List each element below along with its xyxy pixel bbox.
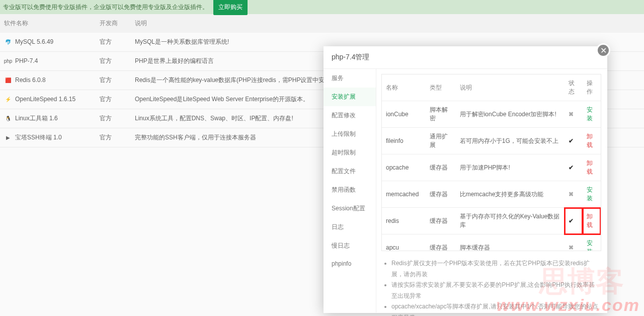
note-item: Redis扩展仅支持一个PHP版本安装使用，若在其它PHP版本已安装redis扩…	[391, 258, 598, 280]
tab-日志[interactable]: 日志	[324, 218, 376, 236]
ext-name: opcache	[382, 154, 426, 181]
ext-row: ionCube脚本解密用于解密ionCube Encoder加密脚本!✖安装	[382, 101, 601, 128]
ext-type: 缓存器	[426, 154, 456, 181]
tab-服务[interactable]: 服务	[324, 69, 376, 88]
ext-name: redis	[382, 208, 426, 234]
ext-action-link[interactable]: 安装	[587, 106, 593, 122]
extensions-table: 名称 类型 说明 状态 操作 ionCube脚本解密用于解密ionCube En…	[382, 74, 601, 251]
ext-name: fileinfo	[382, 128, 426, 154]
ext-col-desc: 说明	[456, 74, 565, 101]
ext-col-status: 状态	[565, 74, 583, 101]
ext-desc: 用于加速PHP脚本!	[456, 154, 565, 181]
ext-col-name: 名称	[382, 74, 426, 101]
ext-action-link[interactable]: 安装	[587, 240, 593, 251]
tab-配置修改[interactable]: 配置修改	[324, 106, 376, 125]
note-item: opcache/xcache/apc等脚本缓存扩展,请只安装其中1个,否则可能导…	[391, 301, 598, 316]
tab-phpinfo[interactable]: phpinfo	[324, 255, 376, 272]
ext-desc: 用于解密ionCube Encoder加密脚本!	[456, 101, 565, 128]
ext-type: 通用扩展	[426, 128, 456, 154]
ext-type: 脚本解密	[426, 101, 456, 128]
x-icon: ✖	[569, 111, 574, 118]
ext-type: 缓存器	[426, 181, 456, 208]
ext-status: ✖	[565, 234, 583, 251]
ext-type: 缓存器	[426, 234, 456, 251]
x-icon: ✖	[569, 191, 574, 198]
ext-name: apcu	[382, 234, 426, 251]
ext-status: ✔	[565, 154, 583, 181]
check-icon: ✔	[569, 137, 574, 144]
tab-慢日志[interactable]: 慢日志	[324, 236, 376, 255]
ext-row: apcu缓存器脚本缓存器✖安装	[382, 234, 601, 251]
tab-超时限制[interactable]: 超时限制	[324, 143, 376, 162]
ext-row: memcached缓存器比memcache支持更多高级功能✖安装	[382, 181, 601, 208]
ext-desc: 脚本缓存器	[456, 234, 565, 251]
check-icon: ✔	[569, 217, 574, 224]
x-icon: ✖	[569, 244, 574, 251]
ext-status: ✖	[565, 181, 583, 208]
tab-禁用函数[interactable]: 禁用函数	[324, 181, 376, 199]
check-icon: ✔	[569, 164, 574, 171]
ext-desc: 比memcache支持更多高级功能	[456, 181, 565, 208]
ext-name: memcached	[382, 181, 426, 208]
ext-action-link[interactable]: 卸载	[587, 133, 593, 148]
ext-action-link[interactable]: 安装	[587, 186, 593, 202]
modal-content: 名称 类型 说明 状态 操作 ionCube脚本解密用于解密ionCube En…	[376, 69, 607, 312]
ext-col-type: 类型	[426, 74, 456, 101]
ext-status: ✔	[565, 208, 583, 234]
close-icon[interactable]: ✕	[596, 43, 610, 57]
ext-col-action: 操作	[583, 74, 601, 101]
tab-配置文件[interactable]: 配置文件	[324, 162, 376, 181]
ext-desc: 基于内存亦可持久化的Key-Value数据库	[456, 208, 565, 234]
ext-name: ionCube	[382, 101, 426, 128]
ext-status: ✖	[565, 101, 583, 128]
php-manage-modal: ✕ php-7.4管理 服务安装扩展配置修改上传限制超时限制配置文件禁用函数Se…	[324, 46, 607, 313]
modal-title: php-7.4管理	[324, 46, 607, 69]
ext-row: fileinfo通用扩展若可用内存小于1G，可能会安装不上✔卸载	[382, 128, 601, 154]
ext-desc: 若可用内存小于1G，可能会安装不上	[456, 128, 565, 154]
ext-row: redis缓存器基于内存亦可持久化的Key-Value数据库✔卸载	[382, 208, 601, 234]
notes: Redis扩展仅支持一个PHP版本安装使用，若在其它PHP版本已安装redis扩…	[382, 258, 598, 316]
ext-action-link[interactable]: 卸载	[587, 213, 593, 228]
note-item: 请按实际需求安装扩展,不要安装不必要的PHP扩展,这会影响PHP执行效率甚至出现…	[391, 280, 598, 301]
modal-tabs: 服务安装扩展配置修改上传限制超时限制配置文件禁用函数Session配置日志慢日志…	[324, 69, 376, 312]
ext-action-link[interactable]: 卸载	[587, 160, 593, 175]
ext-status: ✔	[565, 128, 583, 154]
tab-上传限制[interactable]: 上传限制	[324, 125, 376, 143]
tab-安装扩展[interactable]: 安装扩展	[324, 88, 376, 106]
tab-Session配置[interactable]: Session配置	[324, 199, 376, 218]
ext-type: 缓存器	[426, 208, 456, 234]
ext-row: opcache缓存器用于加速PHP脚本!✔卸载	[382, 154, 601, 181]
